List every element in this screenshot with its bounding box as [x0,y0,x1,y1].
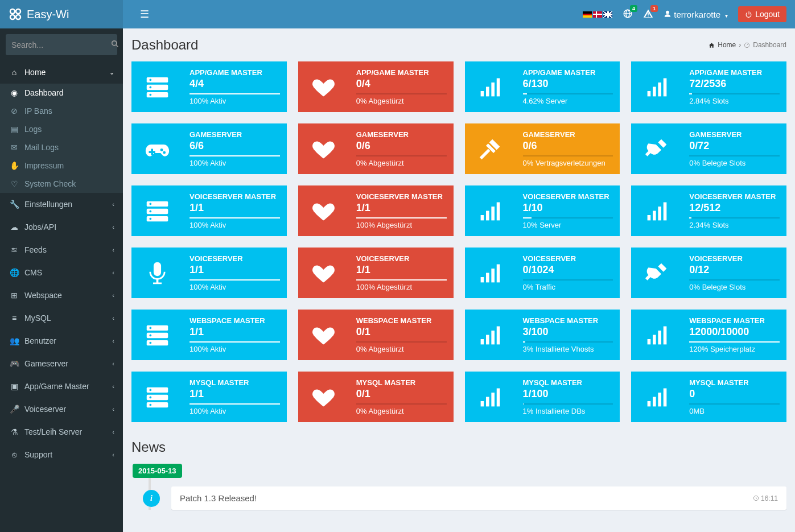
stat-desc: 4.62% Server [523,97,613,105]
gavel-icon [465,123,516,174]
stat-box[interactable]: VOICESERVER MASTER 1/10 10% Server [465,185,620,236]
sidebar-subitem[interactable]: ♡System Check [0,175,123,193]
sidebar-item[interactable]: 👥Benutzer‹ [0,329,123,352]
stat-box[interactable]: VOICESERVER MASTER 1/1 100% Aktiv [131,185,287,236]
sidebar-subitem[interactable]: ✉Mail Logs [0,138,123,156]
signal-icon [631,61,682,112]
heartbeat-icon [298,310,349,360]
search-button[interactable] [111,40,119,50]
stat-box[interactable]: VOICESERVER MASTER 12/512 2.34% Slots [631,185,786,236]
signal-icon [631,310,682,360]
flag-de[interactable] [583,11,592,18]
news-item[interactable]: Patch 1.3 Released! 16:11 [171,486,786,510]
chevron-left-icon: ‹ [112,451,114,458]
sidebar-item[interactable]: ≋Feeds‹ [0,238,123,261]
sidebar-subitem[interactable]: ✋Impressum [0,156,123,175]
stat-box[interactable]: MYSQL MASTER 1/1 100% Aktiv [131,372,287,422]
server-icon [131,310,183,360]
stat-title: MYSQL MASTER [356,378,447,387]
stat-value: 0/1024 [523,264,613,276]
sidebar-item[interactable]: 🎤Voiceserver‹ [0,398,123,420]
sidebar-item[interactable]: 🌐CMS‹ [0,261,123,284]
stat-box[interactable]: GAMESERVER 0/72 0% Belegte Slots [631,123,786,174]
stat-box[interactable]: MYSQL MASTER 0/1 0% Abgestürzt [298,372,454,422]
sidebar-subitem[interactable]: ⊘IP Bans [0,102,123,120]
stat-box[interactable]: WEBSPACE MASTER 12000/10000 120% Speiche… [631,310,786,360]
sidebar-item[interactable]: ≡MySQL‹ [0,307,123,329]
stat-box[interactable]: APP/GAME MASTER 0/4 0% Abgestürzt [298,61,454,112]
stat-title: APP/GAME MASTER [689,68,780,77]
stat-box[interactable]: WEBSPACE MASTER 1/1 100% Aktiv [131,310,287,360]
stat-box[interactable]: GAMESERVER 0/6 0% Vertragsverletzungen [465,123,620,174]
user-menu[interactable]: terrorkarotte [664,10,728,19]
sidebar-item[interactable]: ☁Jobs/API‹ [0,216,123,238]
svg-rect-22 [648,15,649,17]
brand-logo[interactable]: Easy-Wi [0,0,123,28]
stat-title: APP/GAME MASTER [356,68,447,77]
stat-box[interactable]: MYSQL MASTER 0 0MB [631,372,786,422]
stat-desc: 0% Belegte Slots [689,283,780,291]
sidebar-item[interactable]: 🔧Einstellungen‹ [0,193,123,216]
stat-desc: 0% Vertragsverletzungen [523,159,613,167]
stat-box[interactable]: VOICESERVER 1/1 100% Abgestürzt [298,248,454,298]
chevron-left-icon: ‹ [112,360,114,367]
stat-value: 1/1 [190,388,280,400]
chevron-left-icon: ‹ [112,292,114,299]
chevron-left-icon: ‹ [112,337,114,344]
breadcrumb-home[interactable]: Home [718,41,736,49]
sidebar-search [6,34,117,55]
sidebar-toggle[interactable]: ☰ [131,0,158,29]
stat-value: 1/1 [356,264,447,276]
stat-desc: 3% Installierte Vhosts [523,345,613,353]
heartbeat-icon [298,61,349,112]
stat-desc: 100% Abgestürzt [356,221,447,229]
stat-box[interactable]: APP/GAME MASTER 4/4 100% Aktiv [131,61,287,112]
sidebar-item[interactable]: ⚗Test/Leih Server‹ [0,420,123,443]
gamepad-icon [131,123,183,174]
stat-value: 6/130 [523,78,613,90]
stat-title: VOICESERVER [190,254,280,263]
stat-box[interactable]: WEBSPACE MASTER 3/100 3% Installierte Vh… [465,310,620,360]
sidebar-subitem[interactable]: ◉Dashboard [0,84,123,102]
sidebar-item-home[interactable]: ⌂Home⌄ [0,61,123,84]
sidebar-item[interactable]: 🎮Gameserver‹ [0,352,123,375]
stat-desc: 120% Speicherplatz [689,345,780,353]
stat-title: WEBSPACE MASTER [190,316,280,325]
stat-value: 0/6 [523,140,613,152]
flag-uk[interactable] [603,11,612,18]
stat-desc: 0% Abgestürzt [356,345,447,353]
stat-title: GAMESERVER [689,130,780,139]
stat-box[interactable]: APP/GAME MASTER 72/2536 2.84% Slots [631,61,786,112]
stat-box[interactable]: VOICESERVER MASTER 1/1 100% Abgestürzt [298,185,454,236]
logout-button[interactable]: Logout [738,6,786,22]
notifications-menu[interactable]: 4 [623,9,633,20]
flag-dk[interactable] [593,11,602,18]
sidebar-item[interactable]: ⎋Support‹ [0,443,123,466]
stat-box[interactable]: GAMESERVER 6/6 100% Aktiv [131,123,287,174]
stat-box[interactable]: GAMESERVER 0/6 0% Abgestürzt [298,123,454,174]
stat-box[interactable]: WEBSPACE MASTER 0/1 0% Abgestürzt [298,310,454,360]
stat-desc: 2.34% Slots [689,221,780,229]
microphone-icon [131,248,183,298]
heartbeat-icon [298,123,349,174]
warnings-menu[interactable]: 1 [643,9,653,20]
stat-desc: 0% Abgestürzt [356,97,447,105]
stat-box[interactable]: VOICESERVER 0/1024 0% Traffic [465,248,620,298]
stat-value: 0/4 [356,78,447,90]
sidebar-item[interactable]: ⊞Webspace‹ [0,284,123,307]
clock-icon [753,495,759,501]
breadcrumb-current: Dashboard [753,41,786,49]
language-flags [583,11,612,18]
sidebar-subitem[interactable]: ▤Logs [0,120,123,138]
stat-box[interactable]: VOICESERVER 0/12 0% Belegte Slots [631,248,786,298]
sidebar-item[interactable]: ▣App/Game Master‹ [0,375,123,398]
heartbeat-icon [298,372,349,422]
stat-box[interactable]: VOICESERVER 1/1 100% Aktiv [131,248,287,298]
stat-value: 12/512 [689,202,780,214]
stat-box[interactable]: APP/GAME MASTER 6/130 4.62% Server [465,61,620,112]
dashboard-icon [744,42,750,48]
stat-desc: 0% Belegte Slots [689,159,780,167]
stat-desc: 1% Installierte DBs [523,407,613,415]
search-input[interactable] [11,40,111,50]
stat-box[interactable]: MYSQL MASTER 1/100 1% Installierte DBs [465,372,620,422]
